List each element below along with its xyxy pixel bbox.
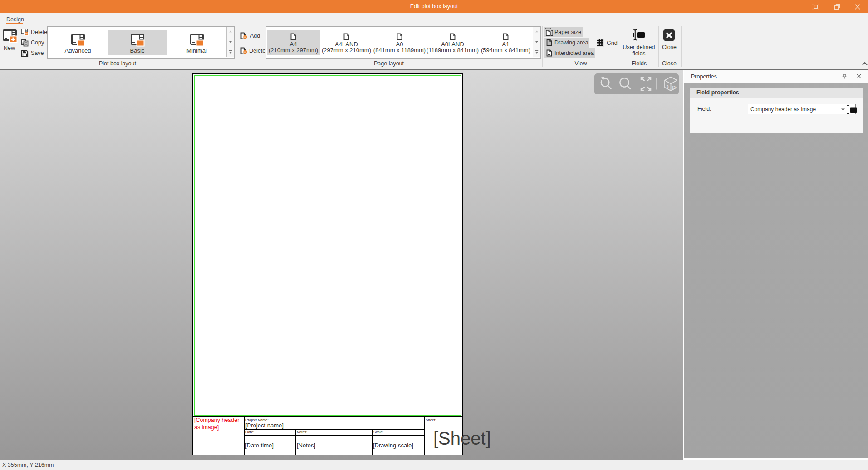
svg-text:3: 3 [666,84,669,90]
svg-text:D: D [672,85,676,90]
